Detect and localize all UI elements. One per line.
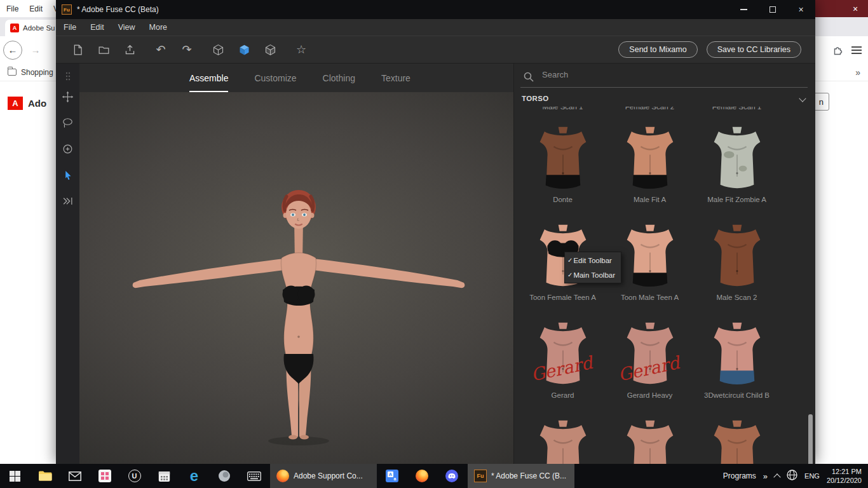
- bookmark-folder-icon: [8, 69, 17, 76]
- torso-thumbnail: [617, 224, 683, 287]
- send-to-mixamo-button[interactable]: Send to Mixamo: [618, 41, 697, 58]
- unreal-engine-icon[interactable]: U: [119, 464, 149, 488]
- context-menu-item-main-toolbar[interactable]: ✓Main Toolbar: [566, 268, 620, 282]
- bookmarks-overflow[interactable]: »: [815, 64, 868, 81]
- grid-app-icon[interactable]: [90, 464, 119, 488]
- tab-assemble[interactable]: Assemble: [189, 64, 228, 92]
- clock[interactable]: 12:21 PM 20/12/2020: [827, 467, 862, 485]
- tab-customize[interactable]: Customize: [254, 64, 296, 92]
- torso-item-male-fit-zombie-a[interactable]: Male Fit Zombie A: [693, 121, 780, 219]
- torso-thumbnail: [704, 224, 770, 287]
- export-button[interactable]: [122, 42, 137, 57]
- torso-item-gerard-heavy[interactable]: GerardGerard Heavy: [606, 316, 693, 414]
- menu-view[interactable]: View: [112, 23, 142, 32]
- torso-item[interactable]: [606, 414, 693, 464]
- browser-forward-button[interactable]: →: [26, 41, 45, 60]
- redo-button[interactable]: ↷: [179, 42, 194, 57]
- file-explorer-icon[interactable]: [30, 464, 60, 488]
- cube-shaded-icon[interactable]: [262, 42, 278, 57]
- programs-toolbar-label[interactable]: Programs: [723, 471, 756, 480]
- browser-menu-edit[interactable]: Edit: [29, 4, 43, 13]
- menu-file[interactable]: File: [57, 23, 83, 32]
- open-file-button[interactable]: [96, 42, 111, 57]
- language-indicator[interactable]: ENG: [804, 472, 820, 480]
- close-button[interactable]: ×: [787, 0, 815, 19]
- torso-item[interactable]: [693, 414, 780, 464]
- pose-tool[interactable]: [56, 188, 79, 214]
- torso-item-male-scan-2[interactable]: Male Scan 2: [693, 219, 780, 316]
- mail-icon[interactable]: [60, 464, 90, 488]
- sign-in-label: n: [819, 97, 824, 107]
- calendar-icon[interactable]: [149, 464, 179, 488]
- panel-scrollbar[interactable]: [808, 414, 813, 464]
- gray-app-icon[interactable]: [209, 464, 239, 488]
- network-globe-icon[interactable]: [787, 470, 797, 483]
- section-header-torso[interactable]: TORSO: [514, 90, 815, 107]
- toolbar-overflow-chevrons[interactable]: »: [763, 471, 768, 481]
- browser-menubar: FileEditView: [0, 0, 58, 17]
- fuse-titlebar[interactable]: Fu * Adobe Fuse CC (Beta) ×: [56, 0, 815, 19]
- browser-tab[interactable]: A Adobe Su: [5, 20, 58, 36]
- start-button[interactable]: [0, 464, 30, 488]
- taskbar-button-fuse[interactable]: Fu * Adobe Fuse CC (B...: [468, 464, 574, 488]
- maximize-button[interactable]: [758, 0, 787, 19]
- character-model[interactable]: [79, 92, 513, 464]
- star-icon: ☆: [296, 43, 306, 57]
- edge-icon[interactable]: e: [179, 464, 209, 488]
- bookmarks-bar: Shopping: [0, 64, 58, 81]
- torso-thumbnail: [530, 126, 596, 189]
- bookmark-shopping[interactable]: Shopping: [21, 68, 53, 77]
- browser-menu-file[interactable]: File: [6, 4, 18, 13]
- browser-tabbar: A Adobe Su: [0, 17, 58, 36]
- firefox-icon: [276, 470, 289, 482]
- fuse-letters: Fu: [477, 473, 484, 479]
- browser-window-left-edge: FileEditView A Adobe Su ← → Shopping A A…: [0, 0, 58, 464]
- menu-more[interactable]: More: [143, 23, 173, 32]
- discord-icon[interactable]: [437, 464, 466, 488]
- torso-item-label: Toon Female Teen A: [529, 294, 596, 301]
- minimize-button[interactable]: [729, 0, 758, 19]
- browser-titlebar: ×: [815, 0, 868, 17]
- context-menu-item-label: Main Toolbar: [573, 271, 615, 279]
- menu-edit[interactable]: Edit: [84, 23, 111, 32]
- torso-item-male-fit-a[interactable]: Male Fit A: [606, 121, 693, 219]
- favorites-star-button[interactable]: ☆: [294, 42, 309, 57]
- lasso-tool[interactable]: [56, 110, 79, 136]
- hidden-icons-chevron[interactable]: [773, 473, 780, 480]
- context-menu-item-edit-toolbar[interactable]: ✓Edit Toolbar: [566, 253, 620, 268]
- move-tool[interactable]: [56, 84, 79, 110]
- search-input[interactable]: [542, 70, 720, 79]
- svg-text:A: A: [388, 471, 392, 477]
- torso-item-3dwetcircuit-child-b[interactable]: 3Dwetcircuit Child B: [693, 316, 780, 414]
- chevron-down-icon[interactable]: [799, 95, 806, 102]
- select-tool-active[interactable]: [56, 162, 79, 188]
- search-icon: [524, 72, 534, 85]
- adobe-wordmark: Ado: [28, 98, 46, 109]
- tab-clothing[interactable]: Clothing: [323, 64, 355, 92]
- toolbar-grip-icon: [65, 69, 71, 84]
- new-document-button[interactable]: [70, 42, 85, 57]
- tab-texture[interactable]: Texture: [381, 64, 410, 92]
- extensions-puzzle-icon[interactable]: [832, 44, 843, 55]
- torso-thumbnail: [704, 126, 770, 189]
- browser-menu-icon[interactable]: [851, 46, 862, 54]
- task-button-label: * Adobe Fuse CC (B...: [491, 471, 566, 480]
- translate-icon[interactable]: Aa: [377, 464, 407, 488]
- viewport-3d[interactable]: [79, 92, 513, 464]
- save-to-cc-libraries-button[interactable]: Save to CC Libraries: [707, 41, 801, 58]
- torso-item-gerard[interactable]: GerardGerard: [519, 316, 606, 414]
- taskbar-button-firefox-adobe-support[interactable]: Adobe Support Co...: [270, 464, 377, 488]
- browser-back-button[interactable]: ←: [3, 41, 22, 60]
- browser-close-button[interactable]: ×: [843, 4, 868, 14]
- fuse-menubar: FileEditViewMore: [56, 19, 815, 36]
- torso-item-donte[interactable]: Donte: [519, 121, 606, 219]
- orbit-tool[interactable]: [56, 136, 79, 162]
- torso-item[interactable]: [519, 414, 606, 464]
- keyboard-icon[interactable]: [239, 464, 269, 488]
- cube-solid-active-icon[interactable]: [236, 42, 252, 57]
- context-menu: ✓Edit Toolbar✓Main Toolbar: [564, 252, 621, 283]
- taskbar: U e Adobe Support Co... Aa Fu * Adobe Fu…: [0, 464, 868, 488]
- firefox-icon-pinned[interactable]: [407, 464, 437, 488]
- undo-button[interactable]: ↶: [153, 42, 168, 57]
- cube-wireframe-icon[interactable]: [210, 42, 226, 57]
